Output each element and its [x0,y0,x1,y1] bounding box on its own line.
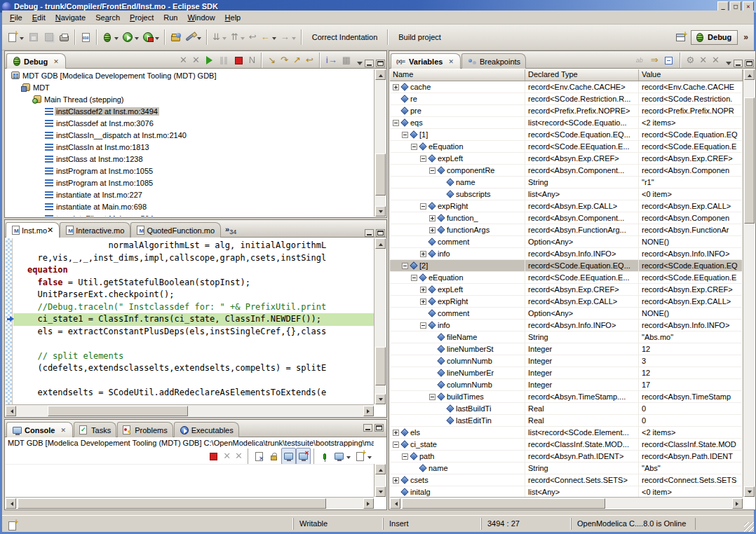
variable-row[interactable]: nameString"r1" [390,177,743,189]
variable-row[interactable]: initalglist<Any><0 item> [390,486,743,497]
code-editor[interactable]: normalAlgorithmLst = alg, initialAlgorit… [13,240,374,399]
stack-frame-row[interactable]: instClass at Inst.mo:1238 [6,153,374,165]
console-scroll-right-icon[interactable] [363,498,374,509]
variable-row[interactable]: expLeftrecord<Absyn.Exp.CREF>record<Absy… [390,153,743,165]
code-line[interactable]: re,vis,_,_,inst_dims,impl,callscope,grap… [13,252,374,265]
menu-help[interactable]: Help [220,12,246,23]
debug-scroll-thumb[interactable] [375,153,386,196]
menu-file[interactable]: File [5,12,27,23]
variable-row[interactable]: commentOption<Any>NONE() [390,236,743,248]
editor-maximize-icon[interactable] [376,229,385,237]
editor-scroll-thumb[interactable] [375,347,386,385]
run-button[interactable] [121,29,141,46]
console-hscroll-thumb[interactable] [18,498,326,509]
variable-row[interactable]: fileNameString"Abs.mo" [390,331,743,343]
editor-hscroll-thumb[interactable] [48,406,188,416]
stack-frame-row[interactable]: instClassIn at Inst.mo:1813 [6,141,374,153]
correct-indentation-button[interactable]: Correct Indentation [306,30,384,44]
menu-navigate[interactable]: Navigate [50,12,90,23]
dropdown-arrow-icon[interactable] [367,456,372,461]
editor-tab-close-icon[interactable]: ✕ [47,226,53,235]
variable-row[interactable]: subscriptslist<Any><0 item> [390,189,743,200]
show-logical-structures-button[interactable]: ⇒ [649,53,661,67]
open-element-button[interactable] [168,29,183,46]
column-header-declared-type[interactable]: Declared Type [525,69,639,81]
variable-row[interactable]: inforecord<Absyn.Info.INFO>record<Absyn.… [390,248,743,260]
menu-run[interactable]: Run [158,12,182,23]
expand-icon[interactable] [420,299,426,305]
editor-scroll-left-icon[interactable] [6,406,16,416]
stack-frame-row[interactable]: instantiate at Inst.mo:227 [6,189,374,200]
perspective-overflow-chevron[interactable]: » [741,32,751,42]
variable-row[interactable]: eEquationrecord<SCode.EEquation.E...reco… [390,272,743,284]
code-line[interactable]: //Debug.traceln(" Instclassdef for: " +&… [13,301,374,314]
show-console-on-stderr-button[interactable] [296,448,311,465]
debug-view-maximize-icon[interactable] [376,60,385,67]
editor-scroll-right-icon[interactable] [363,406,374,416]
variable-row[interactable]: prerecord<Prefix.Prefix.NOPRE>record<Pre… [390,105,743,117]
collapse-icon[interactable] [411,144,417,150]
dropdown-arrow-icon[interactable] [222,37,227,42]
editor-minimize-icon[interactable] [365,229,374,237]
collapse-icon[interactable] [429,167,436,174]
variables-view-menu-icon[interactable] [726,62,731,68]
variable-row[interactable]: buildTimesrecord<Absyn.TimeStamp....reco… [390,391,743,403]
variable-row[interactable]: ci_staterecord<ClassInf.State.MOD...reco… [390,439,743,451]
back-button[interactable]: ← [259,29,278,46]
variable-row[interactable]: function_record<Absyn.Component...record… [390,212,743,224]
collapse-icon[interactable] [393,441,399,448]
variable-row[interactable]: rerecord<SCode.Restriction.R...record<SC… [390,93,743,105]
console-output[interactable] [6,464,374,497]
debug-scroll-up-icon[interactable] [375,69,386,80]
clear-console-button[interactable] [252,448,266,465]
external-tools-button[interactable] [141,29,161,46]
editor-scroll-up-icon[interactable] [375,238,386,249]
open-console-button[interactable] [353,448,374,465]
code-line[interactable]: ci_state1 = ClassInf.trans(ci_state, Cla… [13,313,374,326]
variable-row[interactable]: nameString"Abs" [390,463,743,474]
expand-icon[interactable] [393,430,399,436]
tab-variables[interactable]: Variables✕ [391,53,461,69]
perspective-debug-button[interactable]: Debug [691,30,738,45]
variable-row[interactable]: expLeftrecord<Absyn.Exp.CREF>record<Absy… [390,284,743,296]
collapse-all-button[interactable] [661,53,676,67]
step-over-button[interactable]: ↷ [278,53,290,67]
expand-icon[interactable] [393,477,399,484]
editor-scroll-down-icon[interactable] [375,394,386,404]
variable-row[interactable]: cacherecord<Env.Cache.CACHE>record<Env.C… [390,81,743,93]
console-scroll-up-icon[interactable] [375,464,386,474]
terminate-button[interactable] [231,53,246,67]
dropdown-arrow-icon[interactable] [346,456,351,461]
collapse-icon[interactable] [402,132,408,138]
dropdown-arrow-icon[interactable] [155,37,159,42]
variable-row[interactable]: commentOption<Any>NONE() [390,308,743,320]
collapse-icon[interactable] [429,394,436,400]
pin-console-button[interactable] [318,448,332,465]
step-into-button[interactable]: ↘ [266,53,278,67]
variable-row[interactable]: csetsrecord<Connect.Sets.SETS>record<Con… [390,474,743,486]
tab-executables[interactable]: Executables [174,422,239,437]
open-perspective-button[interactable] [673,29,688,46]
drop-to-frame-button[interactable]: ↩ [304,53,316,67]
debug-target-row[interactable]: MDT [6,81,374,93]
show-console-on-stdout-button[interactable] [281,448,296,465]
build-project-button[interactable]: Build project [393,30,447,44]
variables-maximize-icon[interactable] [745,60,754,67]
debug-launch-row[interactable]: MDT GDB [Modelica Developement Tooling (… [6,69,374,81]
new-wizard-button[interactable] [5,29,26,46]
menu-project[interactable]: Project [125,12,158,23]
tab-debug-close-icon[interactable]: ✕ [52,57,60,66]
code-line[interactable] [13,338,374,350]
debug-scroll-down-icon[interactable] [375,206,386,217]
console-scroll-down-icon[interactable] [375,486,386,497]
stack-frame-row[interactable]: instantiate at Main.mo:698 [6,200,374,212]
dropdown-arrow-icon[interactable] [241,37,245,42]
variable-row[interactable]: componentRerecord<Absyn.Component...reco… [390,165,743,177]
tab-console-close-icon[interactable]: ✕ [59,426,67,434]
variable-row[interactable]: [1]record<SCode.Equation.EQ...record<SCo… [390,129,743,141]
collapse-icon[interactable] [420,322,426,329]
expand-icon[interactable] [420,251,426,257]
dropdown-arrow-icon[interactable] [135,37,139,42]
code-line[interactable]: (cdefelts,extendsclasselts,extendselts,c… [13,362,374,375]
expand-icon[interactable] [393,84,399,90]
